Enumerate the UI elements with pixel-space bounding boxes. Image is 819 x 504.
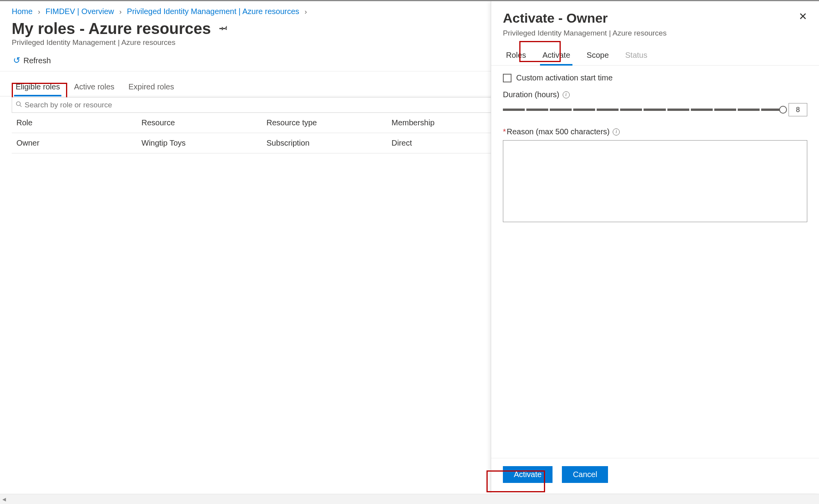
duration-value[interactable]: 8 <box>789 103 807 116</box>
custom-start-checkbox[interactable] <box>503 74 511 82</box>
cell-resource-type: Subscription <box>262 133 387 153</box>
panel-tab-activate[interactable]: Activate <box>539 46 573 65</box>
reason-label: *Reason (max 500 characters) i <box>503 127 807 136</box>
refresh-label: Refresh <box>23 56 51 65</box>
breadcrumb-item1[interactable]: FIMDEV | Overview <box>45 7 114 16</box>
tab-eligible-roles[interactable]: Eligible roles <box>14 79 61 96</box>
scroll-left-icon[interactable]: ◀ <box>2 497 9 502</box>
reason-textarea[interactable] <box>503 140 807 222</box>
chevron-right-icon: › <box>304 8 307 16</box>
panel-body: Custom activation start time Duration (h… <box>491 66 819 458</box>
col-role[interactable]: Role <box>12 113 137 133</box>
refresh-icon: ↻ <box>13 55 20 66</box>
cell-role: Owner <box>12 133 137 153</box>
panel-footer: Activate Cancel <box>491 458 819 493</box>
duration-slider-row: 8 <box>503 103 807 116</box>
activate-panel: Activate - Owner ✕ Privileged Identity M… <box>491 1 819 493</box>
chevron-right-icon: › <box>38 8 40 16</box>
breadcrumb-item2[interactable]: Privileged Identity Management | Azure r… <box>127 7 299 16</box>
duration-slider[interactable] <box>503 109 783 111</box>
panel-subtitle: Privileged Identity Management | Azure r… <box>491 29 819 39</box>
cell-resource: Wingtip Toys <box>137 133 262 153</box>
panel-tab-status: Status <box>622 46 651 65</box>
panel-tab-scope[interactable]: Scope <box>583 46 612 65</box>
info-icon[interactable]: i <box>563 91 570 98</box>
chevron-right-icon: › <box>119 8 122 16</box>
search-icon <box>16 101 22 109</box>
col-resource-type[interactable]: Resource type <box>262 113 387 133</box>
col-resource[interactable]: Resource <box>137 113 262 133</box>
horizontal-scrollbar[interactable]: ◀ <box>0 494 819 504</box>
panel-tab-roles[interactable]: Roles <box>503 46 529 65</box>
close-icon[interactable]: ✕ <box>799 11 807 23</box>
panel-tabs: Roles Activate Scope Status <box>491 39 819 66</box>
pin-icon[interactable] <box>216 22 230 36</box>
info-icon[interactable]: i <box>613 128 620 135</box>
duration-label: Duration (hours) i <box>503 90 807 99</box>
refresh-button[interactable]: ↻ Refresh <box>13 55 51 66</box>
tab-expired-roles[interactable]: Expired roles <box>127 79 176 96</box>
slider-thumb[interactable] <box>779 106 787 114</box>
svg-line-1 <box>20 105 21 107</box>
duration-label-text: Duration (hours) <box>503 90 560 99</box>
panel-title: Activate - Owner <box>503 11 608 26</box>
reason-label-text: Reason (max 500 characters) <box>507 127 610 136</box>
activate-button[interactable]: Activate <box>503 466 553 483</box>
page-title: My roles - Azure resources <box>12 20 211 37</box>
svg-point-0 <box>16 102 20 106</box>
cancel-button[interactable]: Cancel <box>562 466 608 483</box>
tab-active-roles[interactable]: Active roles <box>72 79 116 96</box>
custom-start-label: Custom activation start time <box>516 73 613 82</box>
breadcrumb-home[interactable]: Home <box>12 7 32 16</box>
